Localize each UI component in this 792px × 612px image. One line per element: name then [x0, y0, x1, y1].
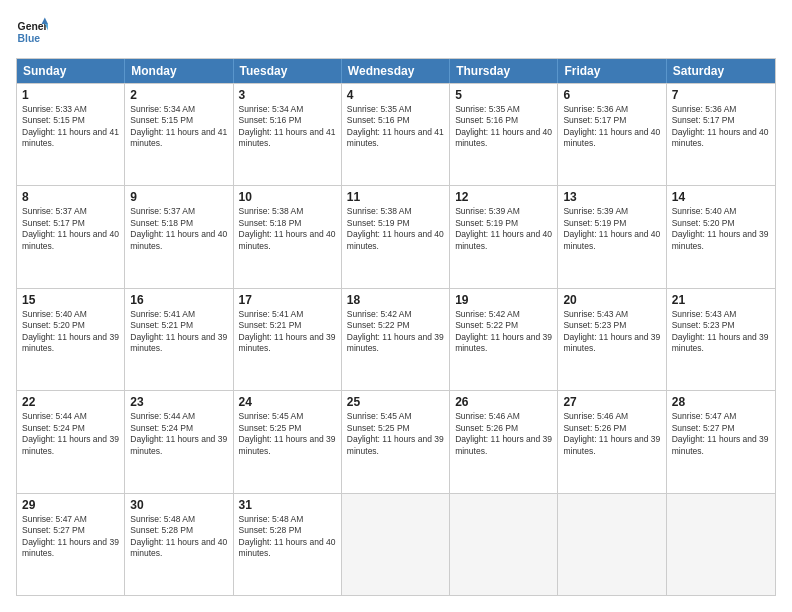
- day-number: 11: [347, 190, 444, 204]
- calendar-header: SundayMondayTuesdayWednesdayThursdayFrid…: [17, 59, 775, 83]
- cell-info: Sunrise: 5:40 AMSunset: 5:20 PMDaylight:…: [672, 206, 770, 252]
- day-cell-4: 4Sunrise: 5:35 AMSunset: 5:16 PMDaylight…: [342, 84, 450, 185]
- cell-info: Sunrise: 5:47 AMSunset: 5:27 PMDaylight:…: [22, 514, 119, 560]
- day-cell-23: 23Sunrise: 5:44 AMSunset: 5:24 PMDayligh…: [125, 391, 233, 492]
- day-number: 12: [455, 190, 552, 204]
- cell-info: Sunrise: 5:41 AMSunset: 5:21 PMDaylight:…: [239, 309, 336, 355]
- day-number: 8: [22, 190, 119, 204]
- day-cell-11: 11Sunrise: 5:38 AMSunset: 5:19 PMDayligh…: [342, 186, 450, 287]
- day-cell-12: 12Sunrise: 5:39 AMSunset: 5:19 PMDayligh…: [450, 186, 558, 287]
- cell-info: Sunrise: 5:48 AMSunset: 5:28 PMDaylight:…: [239, 514, 336, 560]
- day-cell-17: 17Sunrise: 5:41 AMSunset: 5:21 PMDayligh…: [234, 289, 342, 390]
- cell-info: Sunrise: 5:33 AMSunset: 5:15 PMDaylight:…: [22, 104, 119, 150]
- cell-info: Sunrise: 5:45 AMSunset: 5:25 PMDaylight:…: [239, 411, 336, 457]
- calendar-body: 1Sunrise: 5:33 AMSunset: 5:15 PMDaylight…: [17, 83, 775, 595]
- cell-info: Sunrise: 5:34 AMSunset: 5:16 PMDaylight:…: [239, 104, 336, 150]
- day-number: 27: [563, 395, 660, 409]
- day-number: 5: [455, 88, 552, 102]
- cell-info: Sunrise: 5:46 AMSunset: 5:26 PMDaylight:…: [563, 411, 660, 457]
- cell-info: Sunrise: 5:36 AMSunset: 5:17 PMDaylight:…: [672, 104, 770, 150]
- day-number: 16: [130, 293, 227, 307]
- calendar-row-4: 22Sunrise: 5:44 AMSunset: 5:24 PMDayligh…: [17, 390, 775, 492]
- header: General Blue: [16, 16, 776, 48]
- cell-info: Sunrise: 5:39 AMSunset: 5:19 PMDaylight:…: [455, 206, 552, 252]
- day-header-friday: Friday: [558, 59, 666, 83]
- cell-info: Sunrise: 5:35 AMSunset: 5:16 PMDaylight:…: [455, 104, 552, 150]
- day-cell-31: 31Sunrise: 5:48 AMSunset: 5:28 PMDayligh…: [234, 494, 342, 595]
- cell-info: Sunrise: 5:37 AMSunset: 5:18 PMDaylight:…: [130, 206, 227, 252]
- day-number: 25: [347, 395, 444, 409]
- day-cell-20: 20Sunrise: 5:43 AMSunset: 5:23 PMDayligh…: [558, 289, 666, 390]
- day-cell-25: 25Sunrise: 5:45 AMSunset: 5:25 PMDayligh…: [342, 391, 450, 492]
- day-number: 3: [239, 88, 336, 102]
- empty-cell: [342, 494, 450, 595]
- day-number: 13: [563, 190, 660, 204]
- day-number: 28: [672, 395, 770, 409]
- day-number: 22: [22, 395, 119, 409]
- day-number: 6: [563, 88, 660, 102]
- day-cell-2: 2Sunrise: 5:34 AMSunset: 5:15 PMDaylight…: [125, 84, 233, 185]
- day-cell-6: 6Sunrise: 5:36 AMSunset: 5:17 PMDaylight…: [558, 84, 666, 185]
- day-number: 10: [239, 190, 336, 204]
- day-header-monday: Monday: [125, 59, 233, 83]
- day-cell-8: 8Sunrise: 5:37 AMSunset: 5:17 PMDaylight…: [17, 186, 125, 287]
- day-number: 30: [130, 498, 227, 512]
- cell-info: Sunrise: 5:37 AMSunset: 5:17 PMDaylight:…: [22, 206, 119, 252]
- cell-info: Sunrise: 5:45 AMSunset: 5:25 PMDaylight:…: [347, 411, 444, 457]
- cell-info: Sunrise: 5:36 AMSunset: 5:17 PMDaylight:…: [563, 104, 660, 150]
- day-cell-13: 13Sunrise: 5:39 AMSunset: 5:19 PMDayligh…: [558, 186, 666, 287]
- day-header-saturday: Saturday: [667, 59, 775, 83]
- cell-info: Sunrise: 5:40 AMSunset: 5:20 PMDaylight:…: [22, 309, 119, 355]
- day-header-thursday: Thursday: [450, 59, 558, 83]
- calendar: SundayMondayTuesdayWednesdayThursdayFrid…: [16, 58, 776, 596]
- day-number: 19: [455, 293, 552, 307]
- day-number: 23: [130, 395, 227, 409]
- day-cell-18: 18Sunrise: 5:42 AMSunset: 5:22 PMDayligh…: [342, 289, 450, 390]
- day-cell-7: 7Sunrise: 5:36 AMSunset: 5:17 PMDaylight…: [667, 84, 775, 185]
- svg-text:Blue: Blue: [18, 33, 41, 44]
- day-number: 1: [22, 88, 119, 102]
- empty-cell: [558, 494, 666, 595]
- day-header-tuesday: Tuesday: [234, 59, 342, 83]
- day-number: 21: [672, 293, 770, 307]
- empty-cell: [450, 494, 558, 595]
- cell-info: Sunrise: 5:41 AMSunset: 5:21 PMDaylight:…: [130, 309, 227, 355]
- cell-info: Sunrise: 5:42 AMSunset: 5:22 PMDaylight:…: [347, 309, 444, 355]
- day-cell-28: 28Sunrise: 5:47 AMSunset: 5:27 PMDayligh…: [667, 391, 775, 492]
- day-number: 31: [239, 498, 336, 512]
- cell-info: Sunrise: 5:46 AMSunset: 5:26 PMDaylight:…: [455, 411, 552, 457]
- day-cell-30: 30Sunrise: 5:48 AMSunset: 5:28 PMDayligh…: [125, 494, 233, 595]
- cell-info: Sunrise: 5:43 AMSunset: 5:23 PMDaylight:…: [563, 309, 660, 355]
- day-cell-10: 10Sunrise: 5:38 AMSunset: 5:18 PMDayligh…: [234, 186, 342, 287]
- logo-icon: General Blue: [16, 16, 48, 48]
- day-cell-15: 15Sunrise: 5:40 AMSunset: 5:20 PMDayligh…: [17, 289, 125, 390]
- day-number: 26: [455, 395, 552, 409]
- calendar-row-3: 15Sunrise: 5:40 AMSunset: 5:20 PMDayligh…: [17, 288, 775, 390]
- day-number: 17: [239, 293, 336, 307]
- day-cell-21: 21Sunrise: 5:43 AMSunset: 5:23 PMDayligh…: [667, 289, 775, 390]
- day-cell-14: 14Sunrise: 5:40 AMSunset: 5:20 PMDayligh…: [667, 186, 775, 287]
- day-number: 4: [347, 88, 444, 102]
- day-number: 7: [672, 88, 770, 102]
- cell-info: Sunrise: 5:42 AMSunset: 5:22 PMDaylight:…: [455, 309, 552, 355]
- day-number: 2: [130, 88, 227, 102]
- cell-info: Sunrise: 5:44 AMSunset: 5:24 PMDaylight:…: [22, 411, 119, 457]
- day-number: 15: [22, 293, 119, 307]
- page: General Blue SundayMondayTuesdayWednesda…: [0, 0, 792, 612]
- day-cell-24: 24Sunrise: 5:45 AMSunset: 5:25 PMDayligh…: [234, 391, 342, 492]
- day-number: 14: [672, 190, 770, 204]
- day-header-sunday: Sunday: [17, 59, 125, 83]
- cell-info: Sunrise: 5:48 AMSunset: 5:28 PMDaylight:…: [130, 514, 227, 560]
- cell-info: Sunrise: 5:43 AMSunset: 5:23 PMDaylight:…: [672, 309, 770, 355]
- day-number: 18: [347, 293, 444, 307]
- day-cell-27: 27Sunrise: 5:46 AMSunset: 5:26 PMDayligh…: [558, 391, 666, 492]
- cell-info: Sunrise: 5:39 AMSunset: 5:19 PMDaylight:…: [563, 206, 660, 252]
- empty-cell: [667, 494, 775, 595]
- day-cell-1: 1Sunrise: 5:33 AMSunset: 5:15 PMDaylight…: [17, 84, 125, 185]
- day-number: 9: [130, 190, 227, 204]
- day-cell-29: 29Sunrise: 5:47 AMSunset: 5:27 PMDayligh…: [17, 494, 125, 595]
- day-cell-26: 26Sunrise: 5:46 AMSunset: 5:26 PMDayligh…: [450, 391, 558, 492]
- day-cell-3: 3Sunrise: 5:34 AMSunset: 5:16 PMDaylight…: [234, 84, 342, 185]
- day-header-wednesday: Wednesday: [342, 59, 450, 83]
- day-cell-9: 9Sunrise: 5:37 AMSunset: 5:18 PMDaylight…: [125, 186, 233, 287]
